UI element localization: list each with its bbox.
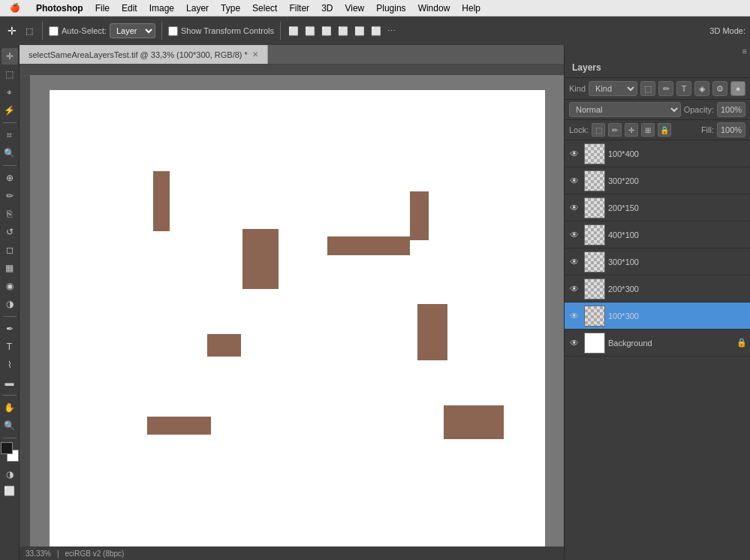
align-right-icon[interactable]: ⬜ bbox=[320, 26, 333, 36]
layer-row-300x100[interactable]: 👁300*100 bbox=[565, 248, 750, 275]
gradient-tool[interactable]: ▦ bbox=[2, 260, 18, 276]
menu-plugins[interactable]: Plugins bbox=[370, 0, 411, 17]
clone-tool[interactable]: ⎘ bbox=[2, 206, 18, 222]
marquee-tool[interactable]: ⬚ bbox=[2, 66, 18, 83]
auto-select-group: Auto-Select: Layer Group bbox=[49, 23, 155, 38]
move-tool[interactable]: ✛ bbox=[2, 48, 18, 65]
filter-icon-4[interactable]: ◈ bbox=[694, 81, 709, 96]
eraser-tool[interactable]: ◻ bbox=[2, 242, 18, 258]
type-tool[interactable]: T bbox=[2, 339, 18, 355]
panel-close-button[interactable]: ≡ bbox=[742, 47, 747, 56]
layer-thumb-400x100 bbox=[584, 224, 605, 245]
layer-visibility-400x100[interactable]: 👁 bbox=[568, 228, 581, 242]
layer-thumb-100x400 bbox=[584, 143, 605, 164]
align-top-icon[interactable]: ⬜ bbox=[336, 26, 350, 36]
layer-visibility-200x300[interactable]: 👁 bbox=[568, 282, 581, 296]
ruler-horizontal bbox=[30, 65, 564, 75]
layer-thumb-background bbox=[584, 333, 605, 354]
layer-row-300x200[interactable]: 👁300*200 bbox=[565, 167, 750, 194]
pen-tool[interactable]: ✒ bbox=[2, 321, 18, 337]
crop-tool[interactable]: ⌗ bbox=[2, 127, 18, 143]
align-left-icon[interactable]: ⬜ bbox=[287, 26, 300, 36]
layer-row-background[interactable]: 👁Background🔒 bbox=[565, 330, 750, 357]
filter-icon-3[interactable]: T bbox=[676, 81, 691, 96]
lock-transparent-btn[interactable]: ⬚ bbox=[592, 123, 605, 137]
svg-rect-2 bbox=[30, 65, 564, 75]
menu-edit[interactable]: Edit bbox=[116, 0, 143, 17]
eyedropper-tool[interactable]: 🔍 bbox=[2, 145, 18, 161]
fill-label: Fill: bbox=[701, 125, 714, 134]
transform-checkbox[interactable] bbox=[168, 26, 178, 36]
layers-lock-row: Lock: ⬚ ✏ ✛ ⊞ 🔒 Fill: bbox=[565, 120, 750, 140]
blur-tool[interactable]: ◉ bbox=[2, 278, 18, 294]
doc-tab-bar: selectSameAreaLayersTest.tif @ 33,3% (10… bbox=[20, 45, 564, 65]
menu-help[interactable]: Help bbox=[456, 0, 486, 17]
lasso-tool[interactable]: ⌖ bbox=[2, 84, 18, 101]
filter-icon-2[interactable]: ✏ bbox=[658, 81, 673, 96]
layer-visibility-300x100[interactable]: 👁 bbox=[568, 255, 581, 269]
layer-row-100x300[interactable]: 👁100*300 bbox=[565, 303, 750, 330]
layer-visibility-100x400[interactable]: 👁 bbox=[568, 147, 581, 161]
layer-name-background: Background bbox=[608, 339, 733, 348]
right-panel: ≡ Layers Kind Kind ⬚ ✏ T ◈ ⚙ ● bbox=[564, 45, 750, 560]
panel-close-row: ≡ bbox=[565, 45, 750, 57]
layer-thumb-300x100 bbox=[584, 251, 605, 272]
menu-file[interactable]: File bbox=[89, 0, 116, 17]
toolbar-separator-2 bbox=[161, 22, 162, 40]
auto-select-dropdown[interactable]: Layer Group bbox=[110, 23, 155, 38]
menu-image[interactable]: Image bbox=[143, 0, 180, 17]
lock-position-btn[interactable]: ✛ bbox=[625, 123, 638, 137]
menu-select[interactable]: Select bbox=[246, 0, 283, 17]
shape-tool[interactable]: ▬ bbox=[2, 375, 18, 391]
filter-type-select[interactable]: Kind bbox=[589, 81, 637, 96]
dodge-tool[interactable]: ◑ bbox=[2, 296, 18, 312]
auto-select-checkbox[interactable] bbox=[49, 26, 59, 36]
magic-wand-tool[interactable]: ⚡ bbox=[2, 102, 18, 119]
path-tool[interactable]: ⌇ bbox=[2, 357, 18, 373]
layer-visibility-200x150[interactable]: 👁 bbox=[568, 201, 581, 215]
layer-visibility-300x200[interactable]: 👁 bbox=[568, 174, 581, 188]
menu-view[interactable]: View bbox=[339, 0, 370, 17]
history-tool[interactable]: ↺ bbox=[2, 224, 18, 240]
opacity-input[interactable] bbox=[717, 102, 745, 117]
fill-input[interactable] bbox=[717, 122, 745, 137]
menu-3d[interactable]: 3D bbox=[315, 0, 339, 17]
filter-icon-1[interactable]: ⬚ bbox=[640, 81, 655, 96]
healing-tool[interactable]: ⊕ bbox=[2, 170, 18, 186]
zoom-tool[interactable]: 🔍 bbox=[2, 417, 18, 434]
distribute-icon[interactable]: ⋯ bbox=[386, 26, 397, 36]
doc-area: selectSameAreaLayersTest.tif @ 33,3% (10… bbox=[20, 45, 564, 560]
doc-close-button[interactable]: ✕ bbox=[252, 50, 258, 59]
doc-tab[interactable]: selectSameAreaLayersTest.tif @ 33,3% (10… bbox=[20, 45, 268, 64]
layer-visibility-100x300[interactable]: 👁 bbox=[568, 309, 581, 323]
lock-pixels-btn[interactable]: ✏ bbox=[608, 123, 622, 137]
menu-type[interactable]: Type bbox=[215, 0, 246, 17]
layer-row-200x150[interactable]: 👁200*150 bbox=[565, 194, 750, 221]
align-bottom-icon[interactable]: ⬜ bbox=[369, 26, 383, 36]
align-center-icon[interactable]: ⬜ bbox=[303, 26, 317, 36]
menu-filter[interactable]: Filter bbox=[283, 0, 315, 17]
screen-mode-btn[interactable]: ⬜ bbox=[2, 483, 18, 499]
lock-all-btn[interactable]: 🔒 bbox=[658, 123, 671, 137]
brush-tool[interactable]: ✏ bbox=[2, 188, 18, 204]
apple-menu[interactable]: 🍎 bbox=[0, 3, 30, 13]
blend-mode-select[interactable]: Normal Multiply Screen bbox=[569, 102, 681, 117]
quick-mask-btn[interactable]: ◑ bbox=[2, 466, 18, 483]
toolbar-separator-3 bbox=[280, 22, 281, 40]
menu-photoshop[interactable]: Photoshop bbox=[30, 0, 89, 17]
layer-visibility-background[interactable]: 👁 bbox=[568, 336, 581, 350]
filter-toggle[interactable]: ● bbox=[730, 81, 745, 96]
lock-artboards-btn[interactable]: ⊞ bbox=[641, 123, 655, 137]
foreground-swatch[interactable] bbox=[1, 442, 13, 454]
hand-tool[interactable]: ✋ bbox=[2, 399, 18, 416]
layer-row-100x400[interactable]: 👁100*400 bbox=[565, 140, 750, 167]
layer-row-200x300[interactable]: 👁200*300 bbox=[565, 275, 750, 303]
auto-select-label: Auto-Select: bbox=[62, 26, 107, 35]
menu-layer[interactable]: Layer bbox=[180, 0, 215, 17]
layer-row-400x100[interactable]: 👁400*100 bbox=[565, 221, 750, 248]
color-swatches[interactable] bbox=[1, 442, 19, 460]
filter-icon-5[interactable]: ⚙ bbox=[712, 81, 727, 96]
align-middle-icon[interactable]: ⬜ bbox=[353, 26, 366, 36]
canvas-scroll-area[interactable] bbox=[30, 75, 564, 546]
menu-window[interactable]: Window bbox=[412, 0, 456, 17]
